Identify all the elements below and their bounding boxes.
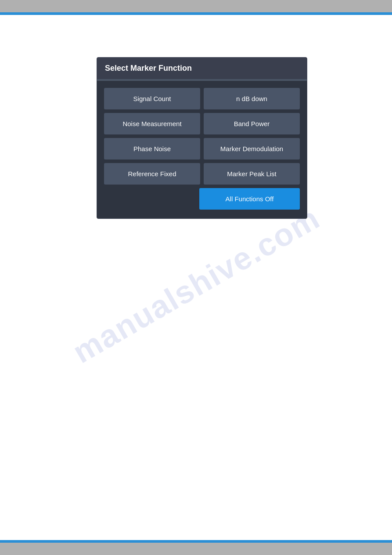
- band-power-button[interactable]: Band Power: [204, 113, 300, 134]
- button-row-4: Reference Fixed Marker Peak List: [104, 163, 300, 185]
- bottom-bar: [0, 543, 392, 555]
- dialog-title: Select Marker Function: [105, 64, 192, 73]
- marker-demodulation-button[interactable]: Marker Demodulation: [204, 138, 300, 160]
- top-bar: [0, 0, 392, 12]
- signal-count-button[interactable]: Signal Count: [104, 88, 200, 109]
- button-row-2: Noise Measurement Band Power: [104, 113, 300, 134]
- top-bar-accent: [0, 12, 392, 15]
- select-marker-function-dialog: Select Marker Function Signal Count n dB…: [97, 57, 307, 219]
- button-row-3: Phase Noise Marker Demodulation: [104, 138, 300, 160]
- marker-peak-list-button[interactable]: Marker Peak List: [204, 163, 300, 185]
- reference-fixed-button[interactable]: Reference Fixed: [104, 163, 200, 185]
- dialog-body: Signal Count n dB down Noise Measurement…: [97, 81, 307, 218]
- all-functions-off-button[interactable]: All Functions Off: [199, 188, 300, 210]
- button-row-1: Signal Count n dB down: [104, 88, 300, 109]
- n-db-down-button[interactable]: n dB down: [204, 88, 300, 109]
- noise-measurement-button[interactable]: Noise Measurement: [104, 113, 200, 134]
- dialog-title-bar: Select Marker Function: [97, 58, 307, 80]
- empty-slot: [104, 188, 196, 210]
- button-row-5: All Functions Off: [104, 188, 300, 210]
- watermark: manualshive.com: [66, 200, 325, 370]
- phase-noise-button[interactable]: Phase Noise: [104, 138, 200, 160]
